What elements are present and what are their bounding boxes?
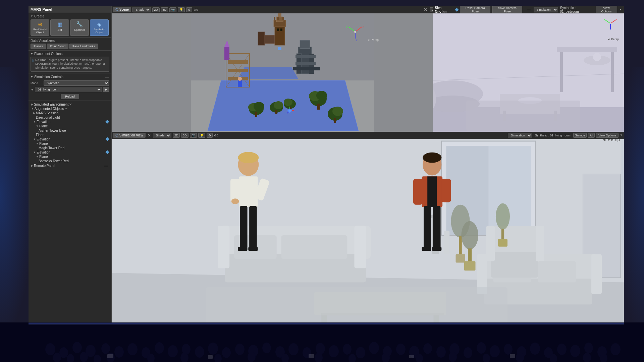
svg-point-127 [238,152,259,163]
environment-dropdown[interactable]: 01_living_room [35,87,102,92]
sim-mode-dropdown[interactable]: Simulation [508,133,532,138]
svg-point-179 [356,347,365,358]
scene-3d-btn[interactable]: 3D [161,7,168,12]
svg-point-137 [423,153,441,163]
elevation-3-row[interactable]: ▼ Elevation [31,150,109,155]
set-btn[interactable]: ▦ Set [50,19,69,36]
scene-settings-btn[interactable]: ⚙ [186,7,192,12]
sim-device-mode-dropdown[interactable]: Simulation [534,7,558,12]
archer-tower-row[interactable]: Archer Tower Blue [31,128,109,133]
synthetic-object-btn[interactable]: ◈ Synthetic Object [90,19,109,36]
sim-cam-btn[interactable]: 📷 [190,133,197,138]
plane-1-row[interactable]: ▼ Plane [31,124,109,128]
scene-shading-dropdown[interactable]: Shaded [132,7,151,12]
sim-view-close-icon[interactable]: ✕ [147,133,152,138]
svg-rect-29 [224,47,229,60]
scene-cam-btn[interactable]: 📷 [169,7,176,12]
sim-settings-btn[interactable]: ⚙ [207,133,213,138]
scene-light-btn[interactable]: 💡 [178,7,185,12]
spanner-btn[interactable]: 🔧 Spanner [70,19,89,36]
elevation-3-arrow: ▼ [33,151,36,154]
svg-point-169 [222,347,231,358]
svg-point-182 [396,344,406,355]
svg-rect-131 [240,206,247,248]
svg-point-185 [436,346,446,358]
svg-point-172 [262,343,271,353]
placement-info-box: ℹ No Drop Targets present. Create a new … [31,57,109,72]
face-landmarks-btn[interactable]: Face Landmarks [69,44,98,49]
svg-point-196 [584,343,593,353]
sim-env-close-icon: ✕ [69,103,72,106]
svg-rect-31 [238,80,242,87]
sim-2d-btn[interactable]: 2D [173,133,180,138]
sim-device-minimize[interactable]: — [526,7,532,12]
svg-rect-135 [248,247,258,251]
save-camera-btn[interactable]: Save Camera Pose [492,6,522,14]
svg-point-167 [195,346,204,358]
sim-controls-minimize[interactable]: — [104,75,109,79]
svg-point-55 [332,107,343,116]
svg-rect-143 [433,206,440,248]
sim-all-btn[interactable]: All [588,133,595,138]
elevation-2-arrow: ▼ [33,138,36,141]
svg-text:Z: Z [356,39,358,42]
point-cloud-btn[interactable]: Point Cloud [47,44,69,49]
floor-1-row[interactable]: Floor [31,133,109,137]
svg-point-156 [45,343,55,355]
environment-row: ◄ 01_living_room ▶ [31,87,109,92]
svg-point-7 [354,31,356,33]
directional-light-row[interactable]: Directional Light [31,115,109,120]
sim-device-view-options-btn[interactable]: View Options [596,6,617,14]
reset-camera-btn[interactable]: Reset Camera Pose [460,6,490,14]
scene-content: X Y Z ◄ Persp [112,13,453,132]
augmented-objects-row[interactable]: ▼ Augmented Objects ✏ [31,107,109,111]
sim-3d-btn[interactable]: 3D [181,133,189,138]
plane-3-label: Plane [39,155,48,159]
svg-point-164 [155,342,164,354]
sim-fps-label: ⚙0 [214,134,218,137]
mars-panel: MARS Panel Create ⊕ Real World Object ▦ … [29,6,112,323]
scene-tab-icon: ⬡ [115,8,118,11]
barracks-tower-row[interactable]: Barracks Tower Red [31,159,109,163]
remote-panel-minimize[interactable]: — [103,164,109,168]
svg-point-201 [80,352,88,362]
svg-rect-53 [317,104,320,110]
svg-rect-17 [282,17,284,20]
magic-tower-row[interactable]: Magic Tower Red [31,146,109,150]
plane-1-arrow: ▼ [36,125,39,128]
svg-point-120 [461,221,478,249]
sim-view-tab[interactable]: ⬡ Simulation View [113,133,146,138]
sim-view-toolbar: ⬡ Simulation View ✕ Shaded 2D 3D 📷 💡 ⚙ ⚙… [112,132,624,139]
svg-point-32 [238,77,242,81]
elevation-2-row[interactable]: ▼ Elevation [31,137,109,141]
real-world-btn[interactable]: ⊕ Real World Object [31,19,49,36]
plane-3-row[interactable]: ▼ Plane [31,155,109,159]
mode-dropdown[interactable]: Synthetic [44,80,109,86]
planes-btn[interactable]: Planes [31,44,46,49]
elevation-1-diamond [105,120,109,123]
svg-rect-11 [275,25,285,45]
sim-shading-dropdown[interactable]: Shaded [153,133,171,138]
sim-view-options-btn[interactable]: View Options [596,133,619,138]
sim-env-arrow: ▶ [31,103,33,106]
scene-close-icon[interactable]: ✕ [423,7,428,12]
elevation-1-row[interactable]: ▼ Elevation [31,120,109,124]
scene-tab-label: Scene [119,8,129,11]
create-label: Create [31,14,109,18]
sim-light-btn[interactable]: 💡 [198,133,205,138]
living-room-scene-svg: X Y Z ◄ Persp [112,139,624,323]
mode-label: Mode [31,81,42,85]
svg-rect-125 [498,239,507,246]
simulated-env-row[interactable]: ▶ Simulated Environment ✕ [31,102,109,107]
remote-panel-row[interactable]: ▶ Remote Panel — [31,163,109,169]
plane-2-row[interactable]: ▼ Plane [31,141,109,146]
svg-point-133 [231,198,239,204]
sim-gizmos-btn[interactable]: Gizmos [573,133,587,138]
scene-2d-btn[interactable]: 2D [152,7,160,12]
reload-btn[interactable]: Reload [61,94,79,99]
play-btn[interactable]: ▶ [103,87,109,92]
svg-rect-39 [293,67,320,70]
scene-tab[interactable]: ⬡ Scene [113,7,131,12]
mars-session-row[interactable]: ▶ MARS Session [31,111,109,115]
bedroom-scene-svg: ◄ Persp [433,13,624,132]
